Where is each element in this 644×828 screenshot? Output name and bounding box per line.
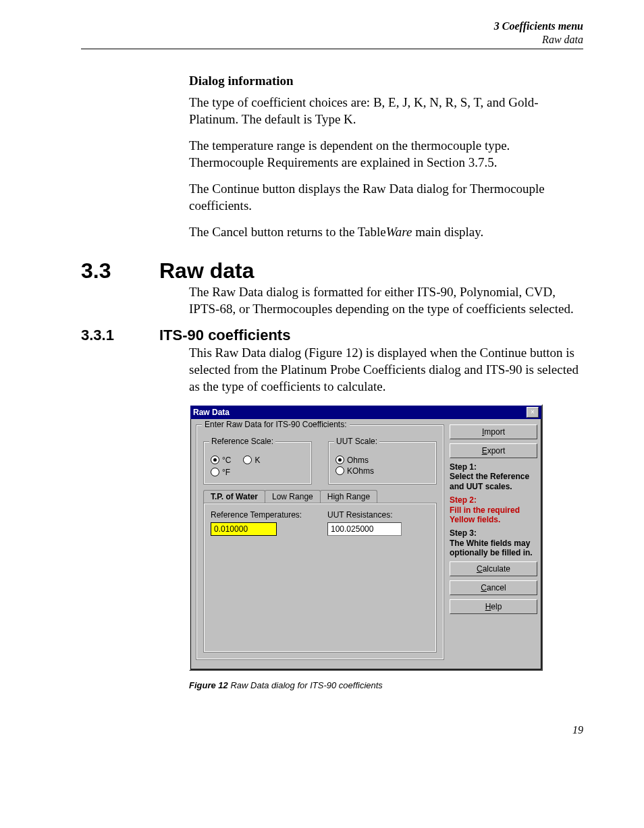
ref-scale-f-radio[interactable]: °F <box>211 468 304 477</box>
uut-resistances-label: UUT Resistances: <box>327 510 429 520</box>
section-3-3-1-row: 3.3.1 ITS-90 coefficients <box>81 327 583 344</box>
figure-caption: Figure 12 Raw Data dialog for ITS-90 coe… <box>189 680 583 690</box>
section-3-3-title: Raw data <box>159 258 254 283</box>
radio-dot-icon <box>211 468 219 476</box>
cancel-rest: ancel <box>487 583 506 592</box>
help-rest: elp <box>491 602 502 611</box>
section-3-3-1-para: This Raw Data dialog (Figure 12) is disp… <box>189 344 583 395</box>
ref-scale-c-label: °C <box>222 456 231 465</box>
para-cancel: The Cancel button returns to the TableWa… <box>189 223 583 240</box>
tab-low-range[interactable]: Low Range <box>265 490 321 503</box>
tableware-em: Ware <box>386 225 412 239</box>
close-icon[interactable]: × <box>527 407 539 418</box>
uut-scale-kohms-label: KOhms <box>347 466 374 476</box>
section-3-3-row: 3.3 Raw data <box>81 258 583 283</box>
reference-scale-legend: Reference Scale: <box>209 437 275 446</box>
enter-raw-data-group: Enter Raw Data for ITS-90 Coefficients: … <box>196 424 444 660</box>
para-cancel-c: main display. <box>412 225 483 239</box>
calc-rest: alculate <box>483 564 510 574</box>
export-accel: E <box>482 446 487 456</box>
cancel-button[interactable]: Cancel <box>450 580 537 595</box>
ref-scale-f-label: °F <box>222 468 230 477</box>
step3-text: Step 3:The White fields may optionally b… <box>450 528 536 557</box>
raw-data-dialog: Raw Data × Enter Raw Data for ITS-90 Coe… <box>189 404 543 671</box>
radio-dot-icon <box>211 456 219 464</box>
para-cancel-a: The Cancel button returns to the Table <box>189 225 386 239</box>
page-number: 19 <box>81 724 583 736</box>
uut-scale-group: UUT Scale: Ohms KOhms <box>328 441 437 485</box>
figure-text: Raw Data dialog for ITS-90 coefficients <box>228 680 383 690</box>
ref-scale-c-radio[interactable]: °C <box>211 456 231 465</box>
runhead-section: Raw data <box>81 34 583 46</box>
uut-scale-ohms-radio[interactable]: Ohms <box>336 456 429 465</box>
para-temp-range: The temperature range is dependent on th… <box>189 137 583 171</box>
cancel-accel: C <box>481 583 487 592</box>
runhead-chapter: 3 Coefficients menu <box>81 20 583 32</box>
export-button[interactable]: Export <box>450 443 537 458</box>
para-coef-types: The type of coefficient choices are: B, … <box>189 94 583 128</box>
calc-accel: C <box>477 564 483 574</box>
uut-scale-ohms-label: Ohms <box>347 456 369 465</box>
radio-dot-icon <box>336 466 344 475</box>
step2-text: Step 2:Fill in the required Yellow field… <box>450 495 536 524</box>
uut-scale-kohms-radio[interactable]: KOhms <box>336 466 429 476</box>
reference-temperature-field[interactable]: 0.010000 <box>211 522 277 536</box>
tab-panel: Reference Temperatures: 0.010000 UUT Res… <box>203 503 437 653</box>
dialog-info-heading: Dialog information <box>189 74 583 88</box>
reference-scale-group: Reference Scale: °C K °F <box>203 441 312 485</box>
ref-scale-k-label: K <box>254 456 260 465</box>
calculate-button[interactable]: Calculate <box>450 561 537 576</box>
para-continue: The Continue button displays the Raw Dat… <box>189 180 583 214</box>
export-rest: xport <box>487 446 506 456</box>
enter-raw-data-legend: Enter Raw Data for ITS-90 Coefficients: <box>202 420 350 429</box>
import-button[interactable]: Import <box>450 424 537 439</box>
import-rest: mport <box>484 427 505 437</box>
figure-label: Figure 12 <box>189 680 228 690</box>
reference-temperatures-label: Reference Temperatures: <box>211 510 313 520</box>
section-3-3-1-number: 3.3.1 <box>81 327 131 344</box>
section-3-3-number: 3.3 <box>81 258 131 283</box>
section-3-3-1-title: ITS-90 coefficients <box>159 327 290 344</box>
section-3-3-para: The Raw Data dialog is formatted for eit… <box>189 283 583 317</box>
running-header: 3 Coefficients menu Raw data <box>81 20 583 49</box>
help-button[interactable]: Help <box>450 599 537 614</box>
radio-dot-icon <box>243 456 252 464</box>
tab-high-range[interactable]: High Range <box>320 490 377 503</box>
dialog-title: Raw Data <box>193 408 230 417</box>
uut-resistance-field[interactable]: 100.025000 <box>327 522 402 536</box>
ref-scale-k-radio[interactable]: K <box>243 456 260 465</box>
tab-tp-of-water[interactable]: T.P. of Water <box>203 490 265 503</box>
step1-text: Step 1:Select the Reference and UUT scal… <box>450 462 536 491</box>
uut-scale-legend: UUT Scale: <box>334 437 379 446</box>
radio-dot-icon <box>336 456 344 464</box>
dialog-titlebar[interactable]: Raw Data × <box>190 406 541 419</box>
